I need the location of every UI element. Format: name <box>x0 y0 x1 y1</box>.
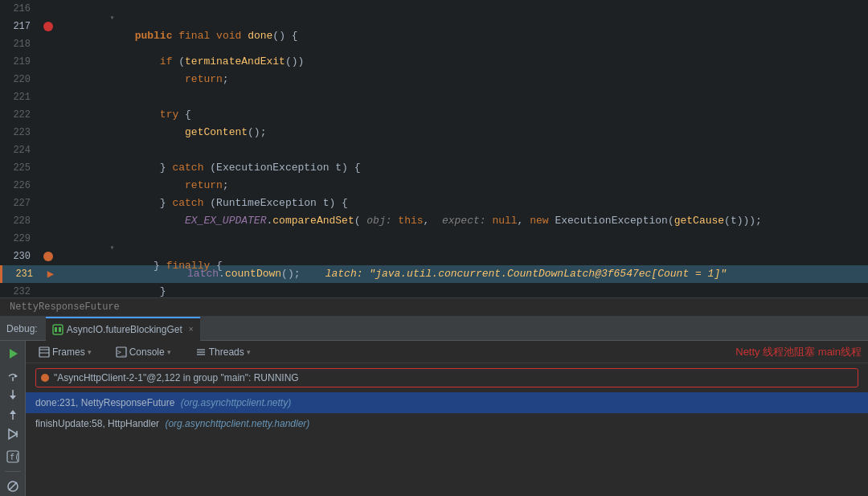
line-num-230: 230 <box>0 248 40 265</box>
tab-icon <box>52 324 63 335</box>
frame-method-1: finishUpdate:58, HttpHandler <box>35 418 162 429</box>
code-line-223: 223 getContent(); <box>0 124 868 141</box>
svg-marker-7 <box>10 396 16 400</box>
svg-marker-9 <box>10 410 16 414</box>
gutter-230 <box>40 252 56 261</box>
svg-rect-1 <box>55 327 57 332</box>
debug-tabs-bar: Debug: AsyncIO.futureBlockingGet × <box>0 317 868 341</box>
svg-rect-0 <box>53 325 63 334</box>
frames-icon <box>39 346 50 358</box>
frame-class-1: (org.asynchttpclient.netty.handler) <box>165 418 309 429</box>
console-label: Console <box>129 346 165 358</box>
frame-method-0: done:231, NettyResponseFuture <box>35 397 178 408</box>
resume-icon[interactable] <box>5 346 21 362</box>
tab-label: AsyncIO.futureBlockingGet <box>67 324 182 335</box>
code-editor: 216 217 ▾ public final void done() { 218… <box>0 0 868 297</box>
frame-class-0: (org.asynchttpclient.netty) <box>181 397 291 408</box>
line-num-218: 218 <box>0 35 40 53</box>
tab-close-btn[interactable]: × <box>189 325 194 334</box>
breakpoint-current-230[interactable] <box>43 252 53 261</box>
code-line-217: 217 ▾ public final void done() { <box>0 18 868 35</box>
line-num-232: 232 <box>0 283 40 297</box>
svg-text:>_: >_ <box>117 349 125 356</box>
stack-frame-1[interactable]: finishUpdate:58, HttpHandler (org.asynch… <box>26 413 868 434</box>
code-line-232: 232 } <box>0 283 868 297</box>
line-num-227: 227 <box>0 195 40 212</box>
gutter-217 <box>40 22 56 31</box>
line-num-216: 216 <box>0 0 40 18</box>
svg-line-15 <box>9 482 17 490</box>
thread-running-dot <box>41 374 49 382</box>
stack-frame-0[interactable]: done:231, NettyResponseFuture (org.async… <box>26 392 868 413</box>
threads-tab[interactable]: Threads ▾ <box>189 345 257 359</box>
line-num-217: 217 <box>0 18 40 35</box>
thread-running-item[interactable]: "AsyncHttpClient-2-1"@2,122 in group "ma… <box>35 368 858 387</box>
threads-arrow: ▾ <box>247 348 251 356</box>
line-num-221: 221 <box>0 88 40 106</box>
sidebar-sep <box>5 471 21 472</box>
line-num-229: 229 <box>0 230 40 248</box>
line-num-222: 222 <box>0 106 40 124</box>
line-num-224: 224 <box>0 141 40 159</box>
line-num-231: 231 <box>2 265 43 283</box>
debug-tab-asyncio[interactable]: AsyncIO.futureBlockingGet × <box>46 317 200 341</box>
breakpoint-217[interactable] <box>43 22 53 31</box>
svg-rect-2 <box>59 327 61 332</box>
step-into-icon[interactable] <box>5 387 21 404</box>
line-num-223: 223 <box>0 124 40 141</box>
frames-label: Frames <box>52 346 85 358</box>
step-over-icon[interactable] <box>5 368 21 384</box>
line-content-232: } <box>56 265 868 297</box>
svg-marker-3 <box>10 349 18 359</box>
sub-toolbar: Frames ▾ >_ Console ▾ <box>26 341 868 363</box>
run-to-cursor-icon[interactable] <box>5 426 21 442</box>
debug-panel: Debug: AsyncIO.futureBlockingGet × <box>0 317 868 496</box>
svg-rect-16 <box>39 347 49 357</box>
ide-window: 216 217 ▾ public final void done() { 218… <box>0 0 868 496</box>
line-num-228: 228 <box>0 212 40 230</box>
class-name: NettyResponseFuture <box>10 301 120 313</box>
line-num-219: 219 <box>0 53 40 71</box>
console-arrow: ▾ <box>167 348 171 356</box>
svg-text:f(): f() <box>10 453 19 461</box>
line-num-226: 226 <box>0 177 40 195</box>
mute-breakpoints-icon[interactable] <box>5 478 21 494</box>
evaluate-icon[interactable]: f() <box>5 449 21 465</box>
step-out-icon[interactable] <box>5 407 21 423</box>
left-sidebar-icons: f() <box>0 341 26 496</box>
line-num-220: 220 <box>0 71 40 88</box>
thread-running-label: "AsyncHttpClient-2-1"@2,122 in group "ma… <box>54 372 299 383</box>
console-tab[interactable]: >_ Console ▾ <box>109 345 178 359</box>
frames-tab[interactable]: Frames ▾ <box>32 345 98 359</box>
debug-label: Debug: <box>6 323 46 334</box>
svg-marker-10 <box>9 429 17 439</box>
class-breadcrumb: NettyResponseFuture <box>0 297 868 317</box>
console-icon: >_ <box>116 346 127 358</box>
threads-icon <box>195 346 207 358</box>
thread-running-container: "AsyncHttpClient-2-1"@2,122 in group "ma… <box>26 363 868 392</box>
fold-217[interactable]: ▾ <box>109 14 114 23</box>
line-num-225: 225 <box>0 159 40 177</box>
thread-annotation: Netty 线程池阻塞 main线程 <box>735 345 862 359</box>
sidebar-toolbar-group <box>5 368 21 442</box>
code-line-220: 220 return; <box>0 71 868 88</box>
debug-content: Frames ▾ >_ Console ▾ <box>26 341 868 496</box>
execution-arrow: ▶ <box>47 265 54 283</box>
threads-label: Threads <box>209 346 244 358</box>
frames-arrow: ▾ <box>88 348 92 356</box>
